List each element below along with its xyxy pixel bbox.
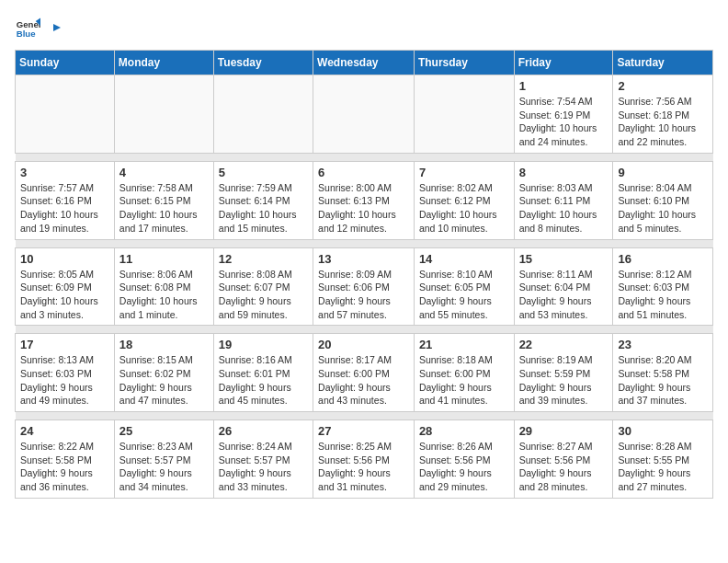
- day-info: Sunrise: 8:22 AM Sunset: 5:58 PM Dayligh…: [20, 440, 109, 494]
- day-number: 8: [519, 166, 609, 179]
- calendar-cell: 1Sunrise: 7:54 AM Sunset: 6:19 PM Daylig…: [514, 75, 613, 154]
- day-info: Sunrise: 8:19 AM Sunset: 5:59 PM Dayligh…: [519, 353, 609, 408]
- calendar-cell: 20Sunrise: 8:17 AM Sunset: 6:00 PM Dayli…: [313, 334, 415, 412]
- calendar-cell: 28Sunrise: 8:26 AM Sunset: 5:56 PM Dayli…: [414, 420, 514, 499]
- calendar-cell: 15Sunrise: 8:11 AM Sunset: 6:04 PM Dayli…: [514, 247, 613, 326]
- day-number: 12: [219, 252, 308, 266]
- weekday-header-sunday: Sunday: [16, 51, 115, 75]
- calendar-week-5: 24Sunrise: 8:22 AM Sunset: 5:58 PM Dayli…: [16, 420, 713, 499]
- week-spacer: [16, 239, 713, 247]
- calendar-cell: 3Sunrise: 7:57 AM Sunset: 6:16 PM Daylig…: [16, 161, 115, 239]
- calendar-cell: 14Sunrise: 8:10 AM Sunset: 6:05 PM Dayli…: [414, 247, 514, 326]
- weekday-header-tuesday: Tuesday: [213, 51, 313, 75]
- day-info: Sunrise: 8:20 AM Sunset: 5:58 PM Dayligh…: [618, 353, 708, 408]
- day-info: Sunrise: 8:27 AM Sunset: 5:56 PM Dayligh…: [519, 440, 609, 494]
- logo: General Blue: [15, 15, 61, 40]
- weekday-header-thursday: Thursday: [414, 51, 514, 75]
- calendar-cell: 13Sunrise: 8:09 AM Sunset: 6:06 PM Dayli…: [313, 247, 415, 326]
- week-spacer: [16, 153, 713, 161]
- day-info: Sunrise: 7:59 AM Sunset: 6:14 PM Dayligh…: [219, 181, 308, 236]
- day-number: 20: [318, 338, 409, 351]
- weekday-header-wednesday: Wednesday: [313, 51, 415, 75]
- calendar-cell: 8Sunrise: 8:03 AM Sunset: 6:11 PM Daylig…: [514, 161, 613, 239]
- calendar-cell: [414, 75, 514, 154]
- calendar-cell: 25Sunrise: 8:23 AM Sunset: 5:57 PM Dayli…: [114, 420, 213, 499]
- day-info: Sunrise: 8:09 AM Sunset: 6:06 PM Dayligh…: [318, 268, 409, 322]
- calendar-cell: 6Sunrise: 8:00 AM Sunset: 6:13 PM Daylig…: [313, 161, 415, 239]
- calendar-cell: 19Sunrise: 8:16 AM Sunset: 6:01 PM Dayli…: [213, 334, 313, 412]
- calendar-week-2: 3Sunrise: 7:57 AM Sunset: 6:16 PM Daylig…: [16, 161, 713, 239]
- day-number: 4: [119, 166, 209, 179]
- day-number: 22: [519, 338, 609, 351]
- calendar-cell: 22Sunrise: 8:19 AM Sunset: 5:59 PM Dayli…: [514, 334, 613, 412]
- day-number: 17: [20, 338, 109, 351]
- calendar-cell: 5Sunrise: 7:59 AM Sunset: 6:14 PM Daylig…: [213, 161, 313, 239]
- svg-text:Blue: Blue: [17, 29, 36, 39]
- day-number: 23: [618, 338, 708, 351]
- day-info: Sunrise: 8:28 AM Sunset: 5:55 PM Dayligh…: [618, 440, 708, 494]
- day-number: 16: [618, 252, 708, 266]
- day-number: 10: [20, 252, 109, 266]
- day-info: Sunrise: 7:57 AM Sunset: 6:16 PM Dayligh…: [20, 181, 109, 236]
- weekday-header-saturday: Saturday: [613, 51, 713, 75]
- calendar-cell: 10Sunrise: 8:05 AM Sunset: 6:09 PM Dayli…: [16, 247, 115, 326]
- calendar-cell: 24Sunrise: 8:22 AM Sunset: 5:58 PM Dayli…: [16, 420, 115, 499]
- calendar-cell: [16, 75, 115, 154]
- day-info: Sunrise: 8:08 AM Sunset: 6:07 PM Dayligh…: [219, 268, 308, 322]
- day-number: 28: [419, 424, 509, 438]
- day-info: Sunrise: 8:11 AM Sunset: 6:04 PM Dayligh…: [519, 268, 609, 322]
- calendar-week-4: 17Sunrise: 8:13 AM Sunset: 6:03 PM Dayli…: [16, 334, 713, 412]
- calendar-cell: 18Sunrise: 8:15 AM Sunset: 6:02 PM Dayli…: [114, 334, 213, 412]
- day-number: 24: [20, 424, 109, 438]
- day-info: Sunrise: 8:04 AM Sunset: 6:10 PM Dayligh…: [618, 181, 708, 236]
- day-info: Sunrise: 8:13 AM Sunset: 6:03 PM Dayligh…: [20, 353, 109, 408]
- day-number: 7: [419, 166, 509, 179]
- calendar-cell: 11Sunrise: 8:06 AM Sunset: 6:08 PM Dayli…: [114, 247, 213, 326]
- day-number: 26: [219, 424, 308, 438]
- day-info: Sunrise: 8:16 AM Sunset: 6:01 PM Dayligh…: [219, 353, 308, 408]
- day-info: Sunrise: 8:06 AM Sunset: 6:08 PM Dayligh…: [119, 268, 209, 322]
- day-number: 30: [618, 424, 708, 438]
- logo-flag-icon: [44, 22, 61, 39]
- day-number: 19: [219, 338, 308, 351]
- day-number: 1: [519, 79, 609, 93]
- day-number: 18: [119, 338, 209, 351]
- day-number: 9: [618, 166, 708, 179]
- calendar-cell: [213, 75, 313, 154]
- day-info: Sunrise: 7:54 AM Sunset: 6:19 PM Dayligh…: [519, 95, 609, 149]
- day-info: Sunrise: 7:56 AM Sunset: 6:18 PM Dayligh…: [618, 95, 708, 149]
- day-number: 25: [119, 424, 209, 438]
- calendar-table: SundayMondayTuesdayWednesdayThursdayFrid…: [15, 50, 713, 499]
- calendar-cell: 29Sunrise: 8:27 AM Sunset: 5:56 PM Dayli…: [514, 420, 613, 499]
- day-info: Sunrise: 8:05 AM Sunset: 6:09 PM Dayligh…: [20, 268, 109, 322]
- day-number: 3: [20, 166, 109, 179]
- calendar-cell: 7Sunrise: 8:02 AM Sunset: 6:12 PM Daylig…: [414, 161, 514, 239]
- calendar-cell: 9Sunrise: 8:04 AM Sunset: 6:10 PM Daylig…: [613, 161, 713, 239]
- day-info: Sunrise: 8:26 AM Sunset: 5:56 PM Dayligh…: [419, 440, 509, 494]
- weekday-header-monday: Monday: [114, 51, 213, 75]
- day-number: 15: [519, 252, 609, 266]
- week-spacer: [16, 326, 713, 334]
- weekday-header-row: SundayMondayTuesdayWednesdayThursdayFrid…: [16, 51, 713, 75]
- calendar-cell: 17Sunrise: 8:13 AM Sunset: 6:03 PM Dayli…: [16, 334, 115, 412]
- calendar-week-1: 1Sunrise: 7:54 AM Sunset: 6:19 PM Daylig…: [16, 75, 713, 154]
- day-number: 6: [318, 166, 409, 179]
- logo-icon: General Blue: [15, 15, 40, 40]
- day-number: 11: [119, 252, 209, 266]
- calendar-cell: 12Sunrise: 8:08 AM Sunset: 6:07 PM Dayli…: [213, 247, 313, 326]
- weekday-header-friday: Friday: [514, 51, 613, 75]
- day-info: Sunrise: 8:15 AM Sunset: 6:02 PM Dayligh…: [119, 353, 209, 408]
- day-info: Sunrise: 8:18 AM Sunset: 6:00 PM Dayligh…: [419, 353, 509, 408]
- day-number: 14: [419, 252, 509, 266]
- day-info: Sunrise: 7:58 AM Sunset: 6:15 PM Dayligh…: [119, 181, 209, 236]
- day-info: Sunrise: 8:12 AM Sunset: 6:03 PM Dayligh…: [618, 268, 708, 322]
- calendar-cell: 27Sunrise: 8:25 AM Sunset: 5:56 PM Dayli…: [313, 420, 415, 499]
- calendar-cell: 21Sunrise: 8:18 AM Sunset: 6:00 PM Dayli…: [414, 334, 514, 412]
- calendar-week-3: 10Sunrise: 8:05 AM Sunset: 6:09 PM Dayli…: [16, 247, 713, 326]
- page-header: General Blue: [15, 15, 713, 40]
- day-info: Sunrise: 8:10 AM Sunset: 6:05 PM Dayligh…: [419, 268, 509, 322]
- calendar-cell: [313, 75, 415, 154]
- calendar-cell: 30Sunrise: 8:28 AM Sunset: 5:55 PM Dayli…: [613, 420, 713, 499]
- day-number: 27: [318, 424, 409, 438]
- calendar-cell: 4Sunrise: 7:58 AM Sunset: 6:15 PM Daylig…: [114, 161, 213, 239]
